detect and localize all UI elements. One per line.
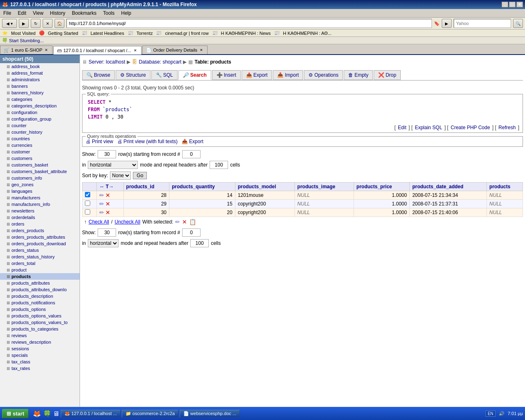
sidebar-item-categories-description[interactable]: ▦categories_description	[0, 103, 80, 109]
stop-button[interactable]: ✕	[43, 19, 52, 28]
edit-selected-icon[interactable]: ✏	[175, 219, 180, 225]
bookmark-latest-headlines[interactable]: Latest Headlines	[91, 31, 124, 36]
sidebar-item-configuration-group[interactable]: ▦configuration_group	[0, 116, 80, 122]
bookmark-torrentz[interactable]: Torrentz	[137, 31, 153, 36]
sidebar-item-products-options-values[interactable]: ▦products_options_values	[0, 313, 80, 319]
sidebar-item-countries[interactable]: ▦countries	[0, 135, 80, 142]
sidebar-item-newsletters[interactable]: ▦newsletters	[0, 208, 80, 214]
sidebar-item-configuration[interactable]: ▦configuration	[0, 109, 80, 116]
delete-selected-icon[interactable]: ✕	[182, 219, 187, 225]
sidebar-item-counter-history[interactable]: ▦counter_history	[0, 129, 80, 135]
sidebar-item-customers-basket[interactable]: ▦customers_basket	[0, 162, 80, 168]
print-view-full-link[interactable]: 🖨Print view (with full texts)	[117, 139, 178, 144]
sidebar-item-products[interactable]: ▦products	[0, 273, 80, 280]
tab-order-close[interactable]: ✕	[199, 48, 204, 52]
taskbar-item-webservices[interactable]: 📄 webservicesphp.doc ...	[180, 410, 240, 418]
breadcrumb-database[interactable]: Database: shopcart	[139, 59, 181, 65]
sidebar-item-sessions[interactable]: ▦sessions	[0, 345, 80, 352]
sql-refresh-link[interactable]: Refresh	[498, 125, 516, 130]
bookmark-kathem2[interactable]: Η ΚΑΘΗΜΕΡΙΝΗ : ΑΘ...	[283, 31, 331, 36]
tab-eshop-close[interactable]: ✕	[44, 48, 49, 52]
tab-drop[interactable]: ❌Drop	[374, 70, 401, 80]
sidebar-item-customers-basket-attr[interactable]: ▦customers_basket_attribute	[0, 168, 80, 175]
uncheck-all-link[interactable]: Uncheck All	[114, 219, 140, 225]
minimize-button[interactable]: _	[502, 2, 508, 7]
row-checkbox[interactable]	[85, 192, 90, 197]
sidebar-item-products-opts-vals-to[interactable]: ▦products_options_values_to	[0, 319, 80, 326]
sidebar-item-categories[interactable]: ▦categories	[0, 96, 80, 103]
check-all-link[interactable]: Check All	[89, 219, 109, 225]
show-input-bottom[interactable]	[98, 228, 116, 237]
sidebar-item-tax-class[interactable]: ▦tax_class	[0, 358, 80, 365]
sidebar-item-banners[interactable]: ▦banners	[0, 83, 80, 89]
edit-row-icon[interactable]: ✏	[99, 192, 104, 199]
forward-button[interactable]: ▶	[19, 19, 29, 28]
row-checkbox[interactable]	[85, 201, 90, 206]
sidebar-item-reviews-description[interactable]: ▦reviews_description	[0, 339, 80, 345]
search-submit-button[interactable]: 🔍	[513, 19, 523, 28]
export-link[interactable]: 📤Export	[182, 139, 203, 144]
tab-export[interactable]: 📤Export	[242, 70, 272, 80]
copy-selected-icon[interactable]: 📋	[189, 219, 196, 225]
sidebar-item-products-attributes[interactable]: ▦products_attributes	[0, 280, 80, 286]
go-button[interactable]: ▶	[442, 19, 452, 28]
sidebar-item-specials[interactable]: ▦specials	[0, 352, 80, 358]
col-products-date[interactable]: products_date_added	[410, 183, 487, 191]
tab-eshop[interactable]: 🛒 1 euro E-SHOP ✕	[0, 46, 52, 54]
delete-row-icon[interactable]: ✕	[105, 201, 110, 207]
sidebar-item-product[interactable]: ▦product	[0, 267, 80, 273]
mode-select-bottom[interactable]: horizontal vertical	[88, 239, 119, 247]
taskbar-item-oscommerce[interactable]: 📁 oscommerce-2.2rc2a	[122, 410, 178, 418]
col-sort-arrows[interactable]: ↔ T→	[97, 183, 123, 191]
sidebar-item-address-format[interactable]: ▦address_format	[0, 70, 80, 76]
sql-php-link[interactable]: Create PHP Code	[451, 125, 490, 130]
sidebar-item-languages[interactable]: ▦languages	[0, 188, 80, 194]
sidebar-item-orders-products-attr[interactable]: ▦orders_products_attributes	[0, 234, 80, 240]
breadcrumb-server[interactable]: Server: localhost	[89, 59, 125, 65]
sql-explain-link[interactable]: Explain SQL	[415, 125, 442, 130]
stumble-label[interactable]: Start Stumbling...	[9, 38, 43, 43]
sidebar-item-products-options[interactable]: ▦products_options	[0, 306, 80, 313]
sidebar-item-tax-rates[interactable]: ▦tax_rates	[0, 365, 80, 372]
edit-row-icon[interactable]: ✏	[99, 201, 104, 207]
col-products-extra[interactable]: products	[487, 183, 523, 191]
repeat-input[interactable]	[210, 161, 228, 169]
sidebar-item-manufacturers-info[interactable]: ▦manufacturers_info	[0, 201, 80, 208]
sidebar-item-manufacturers[interactable]: ▦manufacturers	[0, 194, 80, 201]
sidebar-item-address-book[interactable]: ▦address_book	[0, 63, 80, 70]
edit-row-icon[interactable]: ✏	[99, 209, 104, 216]
sidebar-item-products-description[interactable]: ▦products_description	[0, 293, 80, 299]
sidebar-item-products-to-categories[interactable]: ▦products_to_categories	[0, 326, 80, 332]
sidebar-item-geo-zones[interactable]: ▦geo_zones	[0, 181, 80, 188]
mode-select[interactable]: horizontal vertical horizontal (no text)	[88, 161, 138, 169]
sidebar-item-orders-products[interactable]: ▦orders_products	[0, 227, 80, 234]
sidebar-item-reviews[interactable]: ▦reviews	[0, 332, 80, 339]
col-products-model[interactable]: products_model	[235, 183, 294, 191]
sidebar-item-orderdetails[interactable]: ▦orderdetails	[0, 214, 80, 221]
window-controls[interactable]: _ □ ✕	[502, 2, 523, 7]
print-view-link[interactable]: 🖨Print view	[86, 139, 113, 144]
bookmark-most-visited[interactable]: Most Visited	[11, 31, 36, 36]
col-products-price[interactable]: products_price	[354, 183, 410, 191]
tab-phpmyadmin[interactable]: 🗃 127.0.0.1 / localhost / shopcart /... …	[53, 46, 141, 55]
menu-file[interactable]: File	[2, 10, 12, 16]
maximize-button[interactable]: □	[509, 2, 516, 7]
col-products-image[interactable]: products_image	[294, 183, 354, 191]
sidebar-item-administrators[interactable]: ▦administrators	[0, 76, 80, 83]
tab-search[interactable]: 🔎Search	[178, 70, 211, 80]
tab-empty[interactable]: 🗑Empty	[344, 70, 373, 80]
tab-sql[interactable]: 🔧SQL	[151, 70, 178, 80]
sidebar-item-orders-total[interactable]: ▦orders_total	[0, 260, 80, 267]
menu-bookmarks[interactable]: Bookmarks	[71, 10, 98, 16]
back-button[interactable]: ◀ ▾	[2, 19, 17, 28]
sort-select[interactable]: None	[110, 171, 131, 180]
col-products-quantity[interactable]: products_quantity	[169, 183, 235, 191]
address-bar[interactable]	[66, 19, 432, 28]
tab-structure[interactable]: ⚙Structure	[116, 70, 151, 80]
row-checkbox[interactable]	[85, 209, 90, 215]
taskbar-item-firefox[interactable]: 🦊 127.0.0.1 / localhost ...	[61, 410, 121, 418]
search-box[interactable]	[454, 19, 511, 28]
repeat-input-bottom[interactable]	[190, 239, 209, 247]
sidebar-item-counter[interactable]: ▦counter	[0, 122, 80, 129]
delete-row-icon[interactable]: ✕	[105, 209, 110, 216]
